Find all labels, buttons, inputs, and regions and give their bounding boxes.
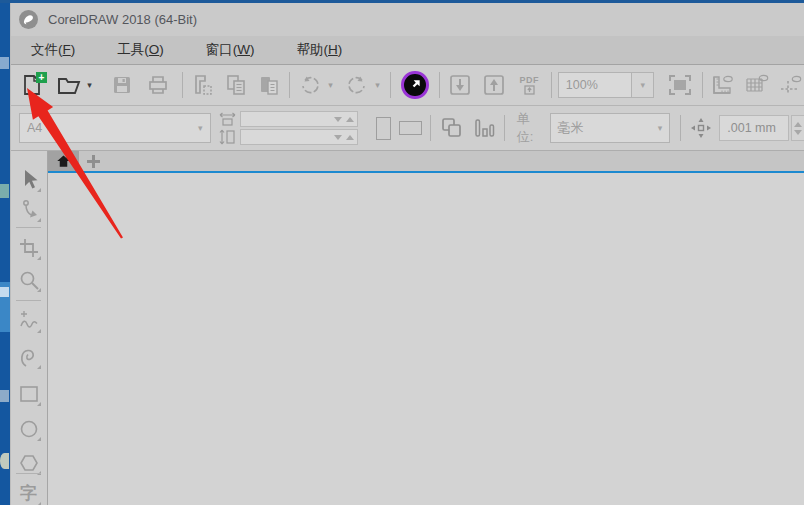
full-screen-preview-button[interactable] xyxy=(664,71,696,99)
cut-button[interactable] xyxy=(189,71,217,99)
show-grid-button[interactable] xyxy=(743,71,771,99)
show-guidelines-button[interactable] xyxy=(777,71,804,99)
step-down-icon[interactable] xyxy=(334,135,342,140)
print-button[interactable] xyxy=(144,71,172,99)
toolbox-separator xyxy=(16,473,41,474)
toolbar-separator xyxy=(439,72,440,98)
page-width-icon xyxy=(219,112,236,126)
flyout-indicator-icon xyxy=(37,437,41,441)
save-button[interactable] xyxy=(108,71,136,99)
propbar-separator xyxy=(680,115,681,141)
redo-dropdown-caret-icon[interactable]: ▾ xyxy=(371,81,384,90)
window-title: CorelDRAW 2018 (64-Bit) xyxy=(48,12,197,27)
step-down-icon[interactable] xyxy=(794,130,802,135)
chevron-down-icon: ▾ xyxy=(658,123,663,133)
open-folder-icon xyxy=(57,74,81,96)
pdf-label: PDF xyxy=(519,75,539,85)
stacked-pages-icon xyxy=(439,116,463,140)
portrait-button[interactable] xyxy=(370,112,397,144)
menu-bar: 文件(F) 工具(O) 窗口(W) 帮助(H) xyxy=(11,36,804,65)
new-tab-button[interactable] xyxy=(79,151,107,171)
pick-tool[interactable] xyxy=(14,165,43,194)
menu-file[interactable]: 文件(F) xyxy=(17,37,89,63)
shape-tool[interactable] xyxy=(14,195,43,224)
menu-window[interactable]: 窗口(W) xyxy=(192,37,269,63)
nudge-distance-value: .001 mm xyxy=(727,121,776,135)
zoom-level-dropdown-button[interactable]: ▾ xyxy=(632,72,654,98)
landscape-icon xyxy=(399,121,422,135)
document-area xyxy=(48,151,804,505)
menu-help[interactable]: 帮助(H) xyxy=(283,37,357,63)
home-tab[interactable] xyxy=(48,151,79,171)
screen-cursor-badge-icon xyxy=(401,71,429,99)
crop-tool[interactable] xyxy=(14,233,43,262)
step-up-icon[interactable] xyxy=(346,135,354,140)
nudge-distance-field[interactable]: .001 mm xyxy=(719,115,789,141)
current-page-size-button[interactable] xyxy=(470,114,498,142)
toolbar-separator xyxy=(551,72,552,98)
coreldraw-window: CorelDRAW 2018 (64-Bit) 文件(F) 工具(O) 窗口(W… xyxy=(10,3,804,505)
home-icon xyxy=(56,154,71,168)
undo-icon xyxy=(298,73,322,97)
copy-button[interactable] xyxy=(222,71,250,99)
ellipse-tool[interactable] xyxy=(14,414,43,443)
step-up-icon[interactable] xyxy=(794,122,802,127)
import-icon xyxy=(448,73,472,97)
units-label: 单位: xyxy=(517,110,546,146)
open-document-button[interactable] xyxy=(55,71,83,99)
copy-icon xyxy=(225,74,247,96)
toolbar-separator xyxy=(702,72,703,98)
step-up-icon[interactable] xyxy=(346,117,354,122)
plus-icon xyxy=(87,155,100,168)
page-size-combo[interactable]: A4 ▾ xyxy=(19,113,211,143)
zoom-tool[interactable] xyxy=(14,265,43,294)
toolbox-separator xyxy=(16,227,41,228)
chevron-down-icon: ▾ xyxy=(640,80,645,90)
page-bars-icon xyxy=(472,116,496,140)
nudge-distance-button xyxy=(687,114,715,142)
show-rulers-button[interactable] xyxy=(709,71,737,99)
portrait-icon xyxy=(376,117,391,140)
flyout-indicator-icon xyxy=(37,329,41,333)
menu-tools[interactable]: 工具(O) xyxy=(103,37,178,63)
undo-button[interactable] xyxy=(296,71,324,99)
all-pages-same-size-button[interactable] xyxy=(437,114,465,142)
publish-pdf-button[interactable]: PDF xyxy=(514,70,545,100)
landscape-button[interactable] xyxy=(397,112,424,144)
page-height-field[interactable] xyxy=(240,129,358,145)
redo-button[interactable] xyxy=(343,71,371,99)
rectangle-tool[interactable] xyxy=(14,379,43,408)
curve-tool[interactable] xyxy=(14,342,43,371)
background-strip-mark xyxy=(0,184,9,198)
import-button[interactable] xyxy=(446,71,474,99)
zoom-level-value: 100% xyxy=(566,78,625,92)
zoom-level-combo[interactable]: 100% xyxy=(558,72,633,98)
title-bar[interactable]: CorelDRAW 2018 (64-Bit) xyxy=(11,3,804,36)
background-window-strip xyxy=(0,3,10,505)
undo-dropdown-caret-icon[interactable]: ▾ xyxy=(324,81,337,90)
step-down-icon[interactable] xyxy=(334,117,342,122)
units-value: 毫米 xyxy=(558,119,658,137)
freehand-tool[interactable] xyxy=(14,306,43,335)
guidelines-icon xyxy=(778,73,804,97)
flyout-indicator-icon xyxy=(37,256,41,260)
open-dropdown-caret-icon[interactable]: ▾ xyxy=(83,81,96,90)
nudge-spinner[interactable] xyxy=(791,115,804,141)
toolbar-separator xyxy=(390,72,391,98)
units-combo[interactable]: 毫米 ▾ xyxy=(550,113,671,143)
export-icon xyxy=(482,73,506,97)
nudge-arrows-icon xyxy=(689,116,713,140)
text-tool[interactable]: 字 xyxy=(14,479,43,505)
page-width-field[interactable] xyxy=(240,111,358,127)
drawing-canvas[interactable] xyxy=(48,173,804,505)
new-document-button[interactable]: + xyxy=(19,71,47,99)
page-height-icon xyxy=(219,129,236,145)
propbar-separator xyxy=(504,115,505,141)
export-button[interactable] xyxy=(480,71,508,99)
propbar-separator xyxy=(430,115,431,141)
property-bar: A4 ▾ xyxy=(11,106,804,151)
pdf-box-icon xyxy=(524,85,535,95)
page-dimension-icons xyxy=(219,112,236,145)
printer-icon xyxy=(147,75,169,95)
paste-button[interactable] xyxy=(255,71,283,99)
